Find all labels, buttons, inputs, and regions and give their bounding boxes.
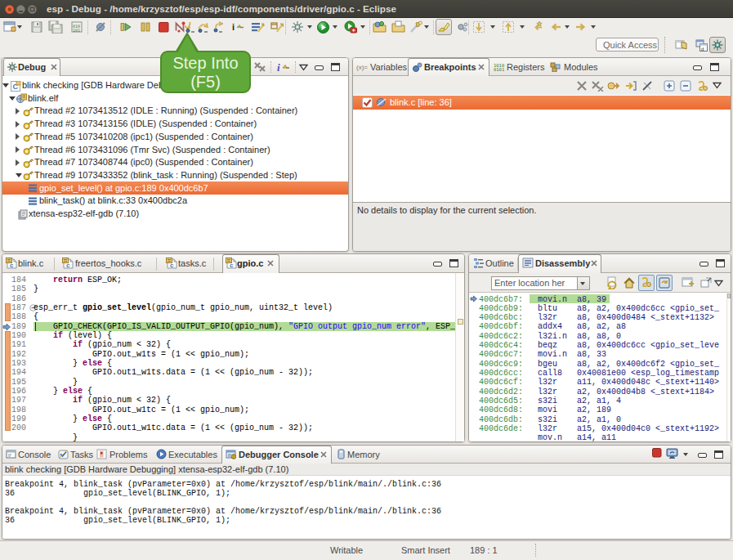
svg-text:101: 101 [73,28,80,33]
svg-text:d: d [701,47,704,52]
svg-text:c: c [66,262,70,269]
svg-text:c: c [230,262,234,269]
svg-text:(x)=: (x)= [356,64,368,71]
svg-text:c: c [10,262,14,269]
svg-text:i: i [232,22,235,32]
svg-text:0101: 0101 [494,67,504,72]
svg-text:i: i [277,61,280,74]
svg-text:c: c [170,262,174,269]
